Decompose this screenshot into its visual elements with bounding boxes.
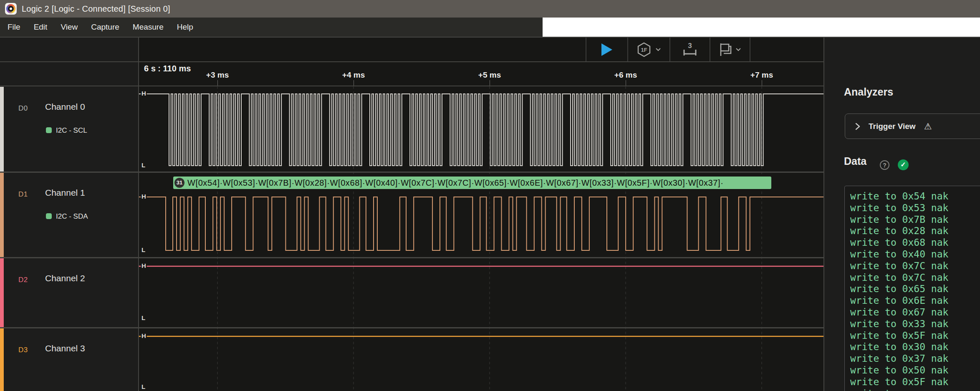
chevron-right-icon <box>855 123 860 130</box>
data-row[interactable]: write to 0x7C nak <box>850 272 980 284</box>
data-row[interactable]: write to 0x5F nak <box>850 330 980 342</box>
channel-id-label: D0 <box>18 104 28 113</box>
warning-icon: ⚠ <box>924 122 932 131</box>
svg-text:3: 3 <box>688 42 692 50</box>
hex-trigger-icon: 1F <box>636 42 652 58</box>
low-level-label: L <box>141 161 146 169</box>
channel-color-strip <box>0 328 4 391</box>
high-level-label: H <box>141 193 147 200</box>
flag-icon <box>719 43 732 57</box>
data-row-partial[interactable]: write to <box>850 388 980 391</box>
divider <box>750 38 750 61</box>
high-level-label: H <box>141 262 147 269</box>
data-row[interactable]: write to 0x7C nak <box>850 260 980 272</box>
data-row[interactable]: write to 0x28 nak <box>850 225 980 237</box>
timeline-absolute-time: 6 s : 110 ms <box>144 64 191 73</box>
timeline-tick-label: +6 ms <box>601 71 651 80</box>
menu-item-view[interactable]: View <box>61 23 78 32</box>
channel-color-strip <box>0 258 4 327</box>
timeline-tick <box>490 80 490 86</box>
divider <box>0 61 823 62</box>
high-level-label: H <box>141 90 147 97</box>
app-logo-icon <box>5 3 17 15</box>
data-row[interactable]: write to 0x40 nak <box>850 249 980 260</box>
trigger-settings-button[interactable]: 1F <box>628 38 669 61</box>
measure-button[interactable]: 3 <box>670 38 710 61</box>
divider <box>823 38 824 391</box>
data-list[interactable]: write to 0x54 nakwrite to 0x53 nakwrite … <box>844 186 980 391</box>
data-row[interactable]: write to 0x30 nak <box>850 341 980 353</box>
svg-text:1F: 1F <box>641 47 647 53</box>
menu-item-measure[interactable]: Measure <box>133 23 164 32</box>
channel-name[interactable]: Channel 3 <box>45 343 85 353</box>
low-level-label: L <box>141 383 146 390</box>
chevron-down-icon <box>735 48 741 51</box>
data-row[interactable]: write to 0x37 nak <box>850 353 980 365</box>
data-row[interactable]: write to 0x53 nak <box>850 202 980 214</box>
data-row[interactable]: write to 0x54 nak <box>850 191 980 202</box>
high-level-label: H <box>141 332 147 339</box>
trigger-view-label: Trigger View <box>869 122 916 131</box>
menu-item-help[interactable]: Help <box>177 23 193 32</box>
channel-color-strip <box>0 87 4 172</box>
trigger-view-toggle[interactable]: Trigger View ⚠ <box>845 114 980 139</box>
markers-button[interactable] <box>710 38 750 61</box>
data-row[interactable]: write to 0x6E nak <box>850 295 980 307</box>
channel-name[interactable]: Channel 1 <box>45 188 85 198</box>
window-title: Logic 2 [Logic - Connected] [Session 0] <box>22 4 170 14</box>
low-level-label: L <box>141 314 146 321</box>
timeline-tick-label: +5 ms <box>465 71 515 80</box>
sidebar: Analyzers I2C ✓ Trigger View ⚠ Data ? ✓ … <box>824 38 980 391</box>
timeline-tick <box>354 80 354 86</box>
i2c-frame-count-badge: 31 <box>174 178 184 188</box>
data-row[interactable]: write to 0x50 nak <box>850 365 980 376</box>
data-row[interactable]: write to 0x33 nak <box>850 318 980 330</box>
scl-trace <box>139 94 823 166</box>
blank-overlay <box>543 18 980 37</box>
analyzers-title: Analyzers <box>844 86 893 98</box>
timeline-tick <box>626 80 626 86</box>
timeline-tick <box>762 80 762 86</box>
data-ok-icon: ✓ <box>898 159 909 170</box>
channel-color-strip <box>0 173 4 257</box>
i2c-decode-text: W[0x54]·W[0x53]·W[0x7B]·W[0x28]·W[0x68]·… <box>187 178 723 188</box>
analyzer-dot-icon <box>46 127 52 133</box>
timeline-tick-label: +3 ms <box>192 71 242 80</box>
timeline-tick <box>217 80 218 86</box>
channel-name[interactable]: Channel 0 <box>45 102 85 112</box>
divider <box>0 257 823 258</box>
waveform-canvas[interactable] <box>139 86 823 391</box>
channel-analyzer-tag[interactable]: I2C - SDA <box>56 212 88 221</box>
menu-item-edit[interactable]: Edit <box>34 23 48 32</box>
menu-item-capture[interactable]: Capture <box>91 23 119 32</box>
i2c-decode-bar[interactable]: 31 W[0x54]·W[0x53]·W[0x7B]·W[0x28]·W[0x6… <box>173 177 771 189</box>
channel-name[interactable]: Channel 2 <box>45 273 85 283</box>
channel-id-label: D1 <box>18 190 28 199</box>
data-row[interactable]: write to 0x7B nak <box>850 214 980 226</box>
help-icon[interactable]: ? <box>880 160 889 170</box>
data-row[interactable]: write to 0x68 nak <box>850 237 980 249</box>
play-button[interactable] <box>586 38 627 61</box>
logic2-window: Logic 2 [Logic - Connected] [Session 0] … <box>0 0 980 391</box>
menu-item-file[interactable]: File <box>8 23 20 32</box>
sda-trace <box>139 197 823 250</box>
measure-icon: 3 <box>682 42 697 58</box>
divider <box>0 327 823 328</box>
play-icon <box>601 43 613 56</box>
data-row[interactable]: write to 0x5F nak <box>850 376 980 388</box>
chevron-down-icon <box>655 48 661 51</box>
analyzer-dot-icon <box>46 213 52 219</box>
data-row[interactable]: write to 0x65 nak <box>850 283 980 295</box>
channel-id-label: D2 <box>18 276 28 284</box>
divider <box>0 172 823 173</box>
low-level-label: L <box>141 246 146 253</box>
channel-id-label: D3 <box>18 346 28 354</box>
timeline-tick-label: +4 ms <box>328 71 379 80</box>
timeline-tick-label: +7 ms <box>737 71 787 80</box>
channel-analyzer-tag[interactable]: I2C - SCL <box>56 126 87 135</box>
data-row[interactable]: write to 0x67 nak <box>850 307 980 318</box>
title-bar: Logic 2 [Logic - Connected] [Session 0] <box>0 0 980 18</box>
